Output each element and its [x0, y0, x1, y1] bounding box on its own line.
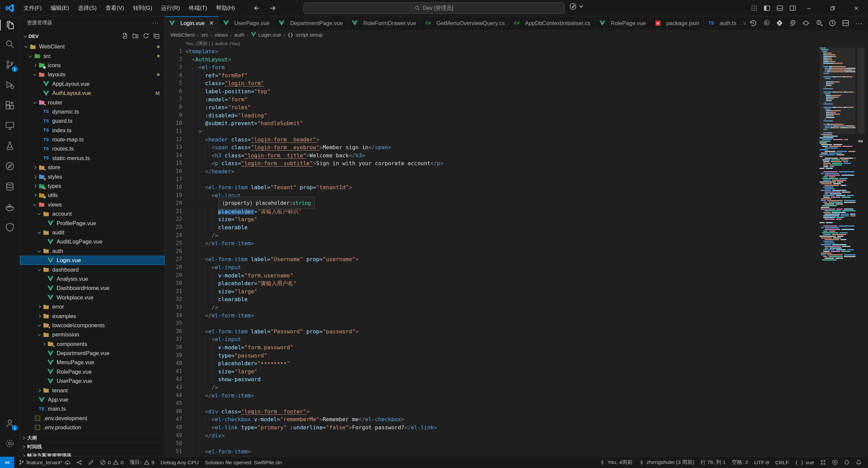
- tree-file-Workplace.vue[interactable]: Workplace.vue: [20, 293, 164, 302]
- tree-file-DashboardHome.vue[interactable]: DashboardHome.vue: [20, 284, 164, 293]
- status-extensions-status[interactable]: [817, 460, 829, 465]
- previous-change-icon[interactable]: [789, 19, 796, 27]
- tree-file-.env.production[interactable]: >_.env.production: [20, 423, 164, 432]
- activity-settings-icon[interactable]: [0, 433, 20, 454]
- code-line-40[interactable]: placeholder="••••••••": [185, 359, 820, 368]
- ai-assistant-icon[interactable]: [776, 19, 783, 27]
- code-line-23[interactable]: clearable: [185, 223, 820, 232]
- menu-item-0[interactable]: 文件(F): [19, 2, 46, 14]
- menu-item-3[interactable]: 查看(V): [101, 2, 129, 14]
- code-line-30[interactable]: placeholder="请输入用户名": [185, 279, 820, 288]
- tree-file-App.vue[interactable]: App.vue: [20, 395, 164, 404]
- status-blame-author[interactable]: zhengshulei (3 周前): [636, 459, 697, 466]
- tree-folder-styles[interactable]: {}styles: [20, 172, 164, 181]
- codelens-blame[interactable]: You, 2周前 | 1 author (You): [185, 41, 240, 47]
- tree-folder-utils[interactable]: ⚒utils: [20, 191, 164, 200]
- code-line-49[interactable]: </div>: [185, 432, 820, 440]
- activity-remote-explorer-icon[interactable]: [0, 115, 20, 136]
- timeline-history-icon[interactable]: [749, 19, 757, 27]
- code-editor[interactable]: You, 2周前 | 1 author (You) 12345678910111…: [165, 40, 868, 456]
- code-line-17[interactable]: [185, 176, 820, 184]
- code-line-26[interactable]: [185, 248, 820, 256]
- code-content[interactable]: <template> <AuthLayout> <el-form ref="fo…: [185, 47, 820, 455]
- status-encoding[interactable]: UTF-8: [751, 460, 772, 466]
- activity-search-icon[interactable]: [0, 34, 20, 54]
- code-line-9[interactable]: :disabled="loading": [185, 112, 820, 120]
- code-line-42[interactable]: show-password: [185, 375, 820, 384]
- code-line-39[interactable]: type="password": [185, 352, 820, 360]
- tab-AppDbContextInitialiser.cs[interactable]: C#AppDbContextInitialiser.cs: [510, 16, 595, 30]
- tree-file-AuthLayout.vue[interactable]: AuthLayout.vueM: [20, 89, 164, 98]
- tree-file-UserPage.vue[interactable]: UserPage.vue: [20, 376, 164, 386]
- menu-item-5[interactable]: 运行(R): [157, 2, 184, 14]
- tree-file-index.ts[interactable]: TSindex.ts: [20, 126, 164, 135]
- status-project-warnings[interactable]: 项目:9: [126, 459, 157, 466]
- code-line-47[interactable]: <el-checkbox v-model="rememberMe">Rememb…: [185, 415, 820, 424]
- tab-GetMenuOverviewQuery.cs[interactable]: C#GetMenuOverviewQuery.cs: [421, 16, 509, 30]
- activity-extensions-icon[interactable]: [0, 95, 20, 115]
- code-line-5[interactable]: class="login-form": [185, 79, 820, 87]
- code-line-32[interactable]: clearable: [185, 295, 820, 304]
- tab-RoleFormDrawer.vue[interactable]: RoleFormDrawer.vue: [348, 16, 421, 30]
- sidebar-section-0[interactable]: 大纲: [20, 433, 164, 442]
- tree-folder-layouts[interactable]: layouts: [20, 70, 164, 79]
- code-line-51[interactable]: <el-form-item>: [185, 448, 820, 456]
- tab-DepartmentPage.vue[interactable]: DepartmentPage.vue: [274, 16, 348, 30]
- code-line-35[interactable]: [185, 319, 820, 328]
- code-line-46[interactable]: <div class="login-form__footer">: [185, 408, 820, 416]
- code-line-27[interactable]: <el-form-item label="Username" prop="use…: [185, 255, 820, 264]
- status-build-config[interactable]: Debug Any CPU: [157, 460, 202, 466]
- code-line-25[interactable]: </el-form-item>: [185, 239, 820, 248]
- code-line-6[interactable]: label-position="top": [185, 87, 820, 96]
- breadcrumb-item[interactable]: auth: [234, 32, 244, 38]
- code-line-31[interactable]: size="large": [185, 288, 820, 296]
- tree-file-Login.vue[interactable]: Login.vue: [20, 256, 164, 265]
- code-line-7[interactable]: :model="form": [185, 96, 820, 104]
- code-line-10[interactable]: @submit.prevent="handleSubmit": [185, 119, 820, 128]
- sidebar-section-2[interactable]: 解决方案资源管理器: [20, 451, 164, 456]
- status-edit-session[interactable]: [85, 460, 97, 465]
- status-solution-status[interactable]: Solution file opened: SwiftPile.sln: [202, 460, 285, 466]
- command-center[interactable]: Dev [管理员]: [303, 2, 565, 14]
- minimize-button[interactable]: [797, 0, 821, 16]
- tree-folder-account[interactable]: account: [20, 209, 164, 218]
- activity-explorer-icon[interactable]: [0, 16, 20, 34]
- tab-RolePage.vue[interactable]: RolePage.vue: [595, 16, 651, 30]
- code-line-50[interactable]: [185, 440, 820, 448]
- tree-folder-store[interactable]: ●store: [20, 163, 164, 172]
- code-line-24[interactable]: />: [185, 232, 820, 240]
- breadcrumb[interactable]: WebClient›src›views›auth›Login.vue›{}scr…: [165, 30, 868, 40]
- split-editor-icon[interactable]: [842, 19, 849, 27]
- code-line-1[interactable]: <template>: [185, 47, 820, 56]
- code-line-34[interactable]: </el-form-item>: [185, 312, 820, 320]
- code-line-45[interactable]: [185, 399, 820, 408]
- tree-folder-auth[interactable]: auth: [20, 247, 164, 256]
- overview-ruler[interactable]: [857, 40, 865, 456]
- tree-file-dynamic.ts[interactable]: TSdynamic.ts: [20, 107, 164, 116]
- tab-UserPage.vue[interactable]: UserPage.vue: [219, 16, 275, 30]
- menu-item-6[interactable]: 终端(T): [184, 2, 212, 14]
- refresh-explorer-icon[interactable]: [143, 33, 149, 40]
- tree-folder-types[interactable]: TStypes: [20, 181, 164, 191]
- copilot-menu-button[interactable]: [570, 3, 585, 10]
- back-icon[interactable]: [253, 4, 260, 12]
- activity-accounts-icon[interactable]: 1: [0, 413, 20, 433]
- tree-folder-WebClient[interactable]: WebClient: [20, 42, 164, 51]
- tree-folder-tenant[interactable]: tenant: [20, 386, 164, 395]
- menu-item-2[interactable]: 选择(S): [74, 2, 101, 14]
- status-git-graph[interactable]: [73, 460, 85, 465]
- code-line-36[interactable]: <el-form-item label="Password" prop="pas…: [185, 328, 820, 336]
- status-notifications[interactable]: [853, 460, 865, 465]
- code-line-11[interactable]: >: [185, 128, 820, 136]
- tab-Login.vue[interactable]: Login.vue✕: [165, 16, 219, 30]
- activity-testing-icon[interactable]: [0, 136, 20, 156]
- code-line-37[interactable]: <el-input: [185, 335, 820, 344]
- code-line-48[interactable]: <el-link type="primary" :underline="fals…: [185, 424, 820, 432]
- tab-auth.ts[interactable]: TSauth.ts...\a: [704, 16, 752, 30]
- status-git-branch[interactable]: feature_tenant*: [16, 460, 73, 466]
- collapse-folders-icon[interactable]: [153, 33, 160, 40]
- code-line-43[interactable]: />: [185, 384, 820, 392]
- tree-file-AuditLogPage.vue[interactable]: AuditLogPage.vue: [20, 237, 164, 246]
- breadcrumb-item[interactable]: script setup: [296, 32, 322, 38]
- code-line-33[interactable]: />: [185, 304, 820, 312]
